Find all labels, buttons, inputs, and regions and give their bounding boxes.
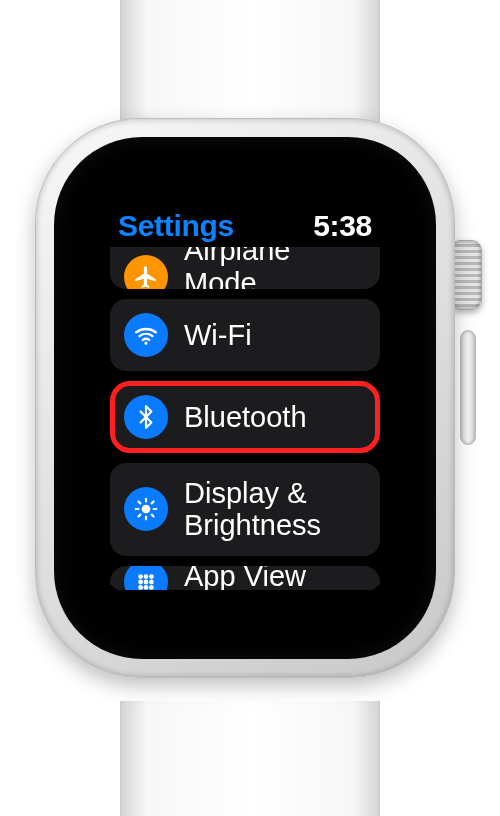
grid-icon [124,566,168,590]
svg-point-11 [144,574,149,579]
watch-band-bottom [120,701,380,816]
settings-item-display-brightness[interactable]: Display & Brightness [110,463,380,556]
airplane-icon [124,255,168,289]
svg-point-14 [144,580,149,585]
svg-point-10 [138,574,143,579]
bluetooth-icon [124,395,168,439]
svg-point-0 [144,342,147,345]
svg-point-15 [149,580,154,585]
svg-point-18 [149,585,154,590]
svg-line-7 [152,515,154,517]
side-button[interactable] [460,330,476,445]
settings-item-wifi[interactable]: Wi-Fi [110,299,380,371]
svg-line-8 [138,515,140,517]
settings-item-label: Display & Brightness [184,477,366,542]
settings-list[interactable]: Airplane Mode Wi-Fi [100,247,390,590]
svg-point-13 [138,580,143,585]
watch-band-top [120,0,380,125]
settings-item-label: App View [184,566,306,590]
svg-line-9 [152,502,154,504]
wifi-icon [124,313,168,357]
svg-point-1 [142,505,151,514]
svg-point-17 [144,585,149,590]
screen-title[interactable]: Settings [118,209,234,243]
brightness-icon [124,487,168,531]
settings-item-label: Wi-Fi [184,319,252,351]
watch-body: Settings 5:38 Airplane Mode [35,118,455,678]
watch-screen: Settings 5:38 Airplane Mode [100,201,390,595]
settings-item-label: Bluetooth [184,401,307,433]
settings-item-bluetooth[interactable]: Bluetooth [110,381,380,453]
clock-time: 5:38 [313,209,372,243]
settings-item-airplane-mode[interactable]: Airplane Mode [110,247,380,289]
svg-point-16 [138,585,143,590]
status-bar: Settings 5:38 [100,201,390,243]
settings-item-app-view[interactable]: App View [110,566,380,590]
svg-line-6 [138,502,140,504]
watch-bezel: Settings 5:38 Airplane Mode [54,137,436,659]
svg-point-12 [149,574,154,579]
settings-item-label: Airplane Mode [184,247,366,289]
